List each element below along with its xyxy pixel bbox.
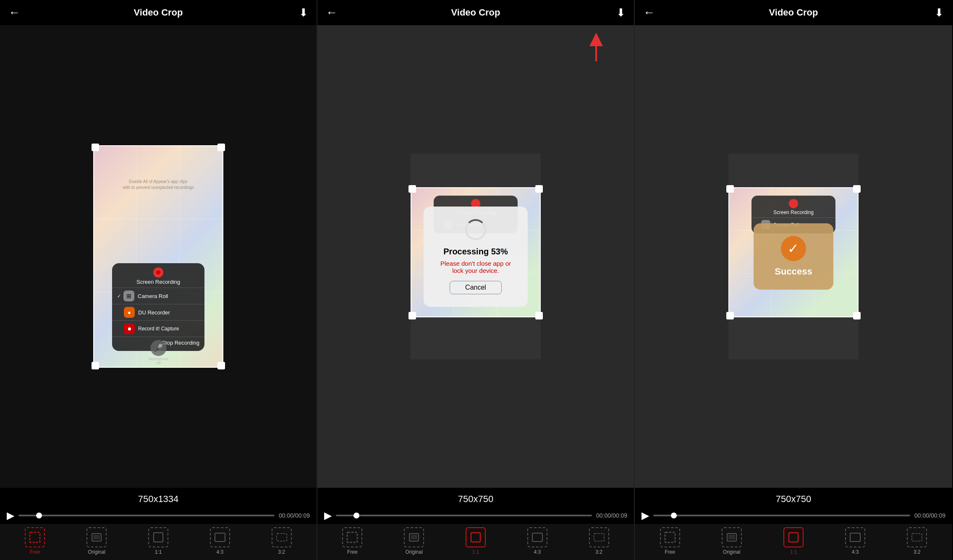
play-button-2[interactable]: ▶ (324, 510, 332, 521)
svg-rect-10 (411, 535, 417, 539)
progress-track-2[interactable] (336, 515, 592, 516)
aspect-free-label-3: Free (665, 549, 675, 555)
playback-bar-2: ▶ 00:00/00:09 (317, 507, 634, 524)
back-button-1[interactable]: ← (8, 6, 20, 19)
aspect-11-label-1: 1:1 (155, 549, 162, 555)
mic-button-1[interactable]: 🎤 (150, 340, 166, 356)
time-label-1: 00:00/00:09 (279, 512, 310, 519)
aspect-free-label-2: Free (347, 549, 358, 555)
du-recorder-label: DU Recorder (138, 309, 170, 316)
download-button-2[interactable]: ⬇ (616, 6, 626, 19)
header-3: ← Video Crop ⬇ (635, 0, 952, 25)
record-capture-label: Record it! Capture (138, 326, 179, 332)
download-button-3[interactable]: ⬇ (935, 6, 944, 19)
processing-spinner (465, 219, 486, 240)
progress-thumb-1[interactable] (36, 513, 42, 518)
video-area-2: Screen Recording ✓ Camera Roll (317, 25, 634, 488)
camera-roll-label: Camera Roll (138, 293, 168, 299)
aspect-43-1[interactable]: 4:3 (210, 527, 230, 555)
aspect-32-2[interactable]: 3:2 (589, 527, 609, 555)
playback-bar-1: ▶ 00:00/00:09 (0, 507, 317, 524)
back-button-3[interactable]: ← (643, 6, 655, 19)
svg-rect-5 (277, 534, 287, 541)
processing-card: Processing 53% Please don't close app or… (424, 207, 528, 307)
aspect-43-2[interactable]: 4:3 (527, 527, 547, 555)
playback-bar-3: ▶ 00:00/00:09 (635, 507, 952, 524)
svg-rect-14 (665, 532, 675, 542)
progress-track-1[interactable] (18, 515, 275, 516)
aspect-original-label-2: Original (406, 549, 423, 555)
du-recorder-icon: ● (124, 307, 135, 318)
aspect-toolbar-3: Free Original 1:1 4:3 3:2 (635, 524, 952, 560)
mic-label-1: MicrophoneOff (148, 357, 168, 365)
aspect-32-1[interactable]: 3:2 (272, 527, 292, 555)
processing-message: Please don't close app orlock your devic… (440, 260, 511, 274)
svg-rect-12 (532, 533, 542, 542)
dimensions-1: 750x1334 (0, 488, 317, 507)
aspect-11-1[interactable]: 1:1 (148, 527, 168, 555)
aspect-free-2[interactable]: Free (342, 527, 362, 555)
svg-rect-0 (30, 532, 40, 542)
aspect-32-label-2: 3:2 (595, 549, 602, 555)
svg-rect-18 (850, 533, 860, 542)
header-1: ← Video Crop ⬇ (0, 0, 317, 25)
aspect-11-label-3: 1:1 (790, 549, 797, 555)
dimensions-3: 750x750 (635, 488, 952, 507)
aspect-free-1[interactable]: Free (25, 527, 45, 555)
aspect-32-3[interactable]: 3:2 (907, 527, 927, 555)
svg-rect-13 (594, 534, 604, 541)
red-arrow (571, 32, 605, 67)
title-2: Video Crop (451, 7, 500, 18)
play-button-1[interactable]: ▶ (7, 510, 14, 521)
time-label-2: 00:00/00:09 (596, 512, 627, 519)
aspect-original-2[interactable]: Original (404, 527, 424, 555)
video-area-3: Screen Recording ✓ Camera Roll (635, 25, 952, 488)
success-overlay: ✓ Success (635, 25, 952, 488)
svg-rect-4 (215, 533, 225, 542)
cancel-button[interactable]: Cancel (450, 281, 502, 294)
svg-rect-17 (789, 533, 798, 542)
progress-thumb-2[interactable] (353, 513, 359, 518)
aspect-11-2[interactable]: 1:1 (466, 527, 486, 555)
aspect-toolbar-2: Free Original 1:1 4:3 3:2 (317, 524, 634, 560)
checkmark-1: ✓ (117, 293, 121, 299)
aspect-43-label-1: 4:3 (216, 549, 223, 555)
title-3: Video Crop (769, 7, 818, 18)
svg-rect-19 (912, 534, 922, 541)
aspect-11-3[interactable]: 1:1 (783, 527, 804, 555)
progress-thumb-3[interactable] (671, 513, 677, 518)
header-2: ← Video Crop ⬇ (317, 0, 634, 25)
dimensions-2: 750x750 (317, 488, 634, 507)
aspect-free-3[interactable]: Free (660, 527, 680, 555)
aspect-43-3[interactable]: 4:3 (845, 527, 865, 555)
aspect-11-label-2: 1:1 (472, 549, 479, 555)
processing-overlay: Processing 53% Please don't close app or… (317, 25, 634, 488)
time-label-3: 00:00/00:09 (914, 512, 945, 519)
record-icon: ⏺ (124, 323, 135, 334)
aspect-free-label-1: Free (30, 549, 40, 555)
back-button-2[interactable]: ← (326, 6, 338, 19)
aspect-32-label-3: 3:2 (914, 549, 921, 555)
camera-roll-icon: ⊞ (123, 290, 134, 301)
progress-track-3[interactable] (653, 515, 910, 516)
success-text: Success (775, 266, 812, 277)
screen-rec-title-1: Screen Recording (136, 279, 180, 285)
download-button-1[interactable]: ⬇ (299, 6, 308, 19)
aspect-original-3[interactable]: Original (722, 527, 742, 555)
svg-rect-2 (93, 535, 100, 539)
aspect-32-label-1: 3:2 (278, 549, 285, 555)
aspect-original-label-1: Original (88, 549, 105, 555)
video-area-1: Enable All of Appear's app clipswith to … (0, 25, 317, 488)
title-1: Video Crop (134, 7, 183, 18)
processing-title: Processing 53% (443, 247, 508, 256)
svg-rect-11 (471, 533, 480, 542)
panel-2: ← Video Crop ⬇ (317, 0, 635, 560)
aspect-original-1[interactable]: Original (86, 527, 107, 555)
play-button-3[interactable]: ▶ (641, 510, 649, 521)
svg-rect-16 (728, 535, 735, 539)
success-check-icon: ✓ (781, 236, 806, 261)
aspect-43-label-2: 4:3 (534, 549, 541, 555)
svg-rect-8 (347, 532, 357, 542)
panel-1: ← Video Crop ⬇ Enable All of Appear's ap… (0, 0, 317, 560)
success-card: ✓ Success (754, 223, 833, 290)
